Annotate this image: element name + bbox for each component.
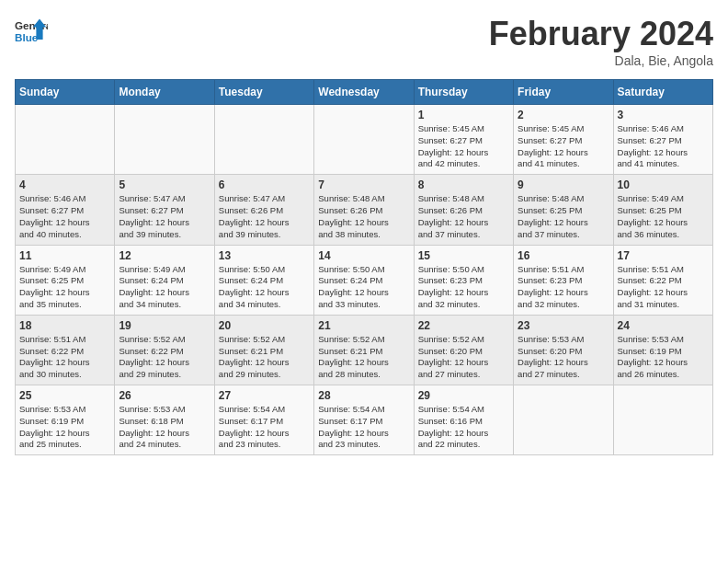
table-row: 3Sunrise: 5:46 AMSunset: 6:27 PMDaylight… [613,105,712,175]
day-info: Sunrise: 5:46 AMSunset: 6:27 PMDaylight:… [19,193,110,240]
table-row: 18Sunrise: 5:51 AMSunset: 6:22 PMDayligh… [16,315,115,385]
day-number: 29 [418,389,509,402]
day-number: 26 [119,389,210,402]
title-area: February 2024 Dala, Bie, Angola [489,15,713,68]
weekday-header-row: SundayMondayTuesdayWednesdayThursdayFrid… [16,80,713,105]
day-info: Sunrise: 5:47 AMSunset: 6:27 PMDaylight:… [119,193,210,240]
week-row-5: 25Sunrise: 5:53 AMSunset: 6:19 PMDayligh… [16,385,713,455]
day-info: Sunrise: 5:48 AMSunset: 6:25 PMDaylight:… [518,193,609,240]
table-row: 17Sunrise: 5:51 AMSunset: 6:22 PMDayligh… [613,245,712,315]
day-info: Sunrise: 5:50 AMSunset: 6:23 PMDaylight:… [418,264,509,311]
weekday-header-saturday: Saturday [613,80,712,105]
day-info: Sunrise: 5:51 AMSunset: 6:22 PMDaylight:… [618,264,709,311]
day-number: 18 [19,319,110,332]
weekday-header-monday: Monday [115,80,214,105]
day-number: 5 [119,178,210,191]
day-info: Sunrise: 5:47 AMSunset: 6:26 PMDaylight:… [219,193,310,240]
logo: General Blue [15,15,48,48]
table-row: 4Sunrise: 5:46 AMSunset: 6:27 PMDaylight… [16,175,115,245]
table-row: 13Sunrise: 5:50 AMSunset: 6:24 PMDayligh… [214,245,313,315]
table-row: 22Sunrise: 5:52 AMSunset: 6:20 PMDayligh… [414,315,513,385]
weekday-header-tuesday: Tuesday [214,80,313,105]
day-number: 17 [618,249,709,262]
table-row: 15Sunrise: 5:50 AMSunset: 6:23 PMDayligh… [414,245,513,315]
table-row: 23Sunrise: 5:53 AMSunset: 6:20 PMDayligh… [514,315,613,385]
week-row-3: 11Sunrise: 5:49 AMSunset: 6:25 PMDayligh… [16,245,713,315]
day-number: 2 [518,109,609,121]
table-row: 26Sunrise: 5:53 AMSunset: 6:18 PMDayligh… [115,385,214,455]
day-number: 6 [219,178,310,191]
table-row [115,105,214,175]
table-row: 2Sunrise: 5:45 AMSunset: 6:27 PMDaylight… [514,105,613,175]
table-row: 8Sunrise: 5:48 AMSunset: 6:26 PMDaylight… [414,175,513,245]
day-number: 19 [119,319,210,332]
table-row: 5Sunrise: 5:47 AMSunset: 6:27 PMDaylight… [115,175,214,245]
day-number: 4 [19,178,110,191]
day-number: 11 [19,249,110,262]
table-row [16,105,115,175]
logo-icon: General Blue [15,15,48,48]
weekday-header-thursday: Thursday [414,80,513,105]
svg-text:Blue: Blue [15,31,39,43]
table-row: 28Sunrise: 5:54 AMSunset: 6:17 PMDayligh… [314,385,414,455]
day-number: 22 [418,319,509,332]
table-row: 21Sunrise: 5:52 AMSunset: 6:21 PMDayligh… [314,315,414,385]
day-number: 21 [318,319,409,332]
table-row: 9Sunrise: 5:48 AMSunset: 6:25 PMDaylight… [514,175,613,245]
day-info: Sunrise: 5:51 AMSunset: 6:23 PMDaylight:… [518,264,609,311]
day-info: Sunrise: 5:46 AMSunset: 6:27 PMDaylight:… [618,123,709,170]
table-row: 11Sunrise: 5:49 AMSunset: 6:25 PMDayligh… [16,245,115,315]
day-info: Sunrise: 5:45 AMSunset: 6:27 PMDaylight:… [518,123,609,170]
day-number: 7 [318,178,409,191]
week-row-1: 1Sunrise: 5:45 AMSunset: 6:27 PMDaylight… [16,105,713,175]
table-row: 10Sunrise: 5:49 AMSunset: 6:25 PMDayligh… [613,175,712,245]
location-subtitle: Dala, Bie, Angola [489,53,713,68]
table-row: 14Sunrise: 5:50 AMSunset: 6:24 PMDayligh… [314,245,414,315]
table-row: 24Sunrise: 5:53 AMSunset: 6:19 PMDayligh… [613,315,712,385]
day-number: 25 [19,389,110,402]
weekday-header-friday: Friday [514,80,613,105]
day-info: Sunrise: 5:54 AMSunset: 6:17 PMDaylight:… [318,404,409,451]
day-number: 8 [418,178,509,191]
week-row-2: 4Sunrise: 5:46 AMSunset: 6:27 PMDaylight… [16,175,713,245]
table-row: 7Sunrise: 5:48 AMSunset: 6:26 PMDaylight… [314,175,414,245]
table-row [514,385,613,455]
day-info: Sunrise: 5:50 AMSunset: 6:24 PMDaylight:… [318,264,409,311]
table-row: 27Sunrise: 5:54 AMSunset: 6:17 PMDayligh… [214,385,313,455]
weekday-header-wednesday: Wednesday [314,80,414,105]
day-info: Sunrise: 5:49 AMSunset: 6:24 PMDaylight:… [119,264,210,311]
table-row: 25Sunrise: 5:53 AMSunset: 6:19 PMDayligh… [16,385,115,455]
day-info: Sunrise: 5:54 AMSunset: 6:17 PMDaylight:… [219,404,310,451]
table-row: 16Sunrise: 5:51 AMSunset: 6:23 PMDayligh… [514,245,613,315]
day-number: 1 [418,109,509,121]
day-number: 10 [618,178,709,191]
day-number: 28 [318,389,409,402]
table-row [314,105,414,175]
page-header: General Blue February 2024 Dala, Bie, An… [15,15,713,68]
day-number: 23 [518,319,609,332]
day-number: 14 [318,249,409,262]
table-row [214,105,313,175]
day-number: 20 [219,319,310,332]
day-number: 24 [618,319,709,332]
month-title: February 2024 [489,15,713,53]
day-info: Sunrise: 5:48 AMSunset: 6:26 PMDaylight:… [318,193,409,240]
table-row: 1Sunrise: 5:45 AMSunset: 6:27 PMDaylight… [414,105,513,175]
table-row: 6Sunrise: 5:47 AMSunset: 6:26 PMDaylight… [214,175,313,245]
day-number: 3 [618,109,709,121]
day-info: Sunrise: 5:52 AMSunset: 6:21 PMDaylight:… [219,334,310,381]
day-info: Sunrise: 5:53 AMSunset: 6:20 PMDaylight:… [518,334,609,381]
day-number: 9 [518,178,609,191]
day-number: 12 [119,249,210,262]
calendar-header: SundayMondayTuesdayWednesdayThursdayFrid… [16,80,713,105]
day-info: Sunrise: 5:50 AMSunset: 6:24 PMDaylight:… [219,264,310,311]
day-info: Sunrise: 5:45 AMSunset: 6:27 PMDaylight:… [418,123,509,170]
weekday-header-sunday: Sunday [16,80,115,105]
day-number: 16 [518,249,609,262]
table-row [613,385,712,455]
calendar-body: 1Sunrise: 5:45 AMSunset: 6:27 PMDaylight… [16,105,713,455]
day-info: Sunrise: 5:53 AMSunset: 6:19 PMDaylight:… [618,334,709,381]
table-row: 29Sunrise: 5:54 AMSunset: 6:16 PMDayligh… [414,385,513,455]
day-info: Sunrise: 5:52 AMSunset: 6:20 PMDaylight:… [418,334,509,381]
day-number: 27 [219,389,310,402]
